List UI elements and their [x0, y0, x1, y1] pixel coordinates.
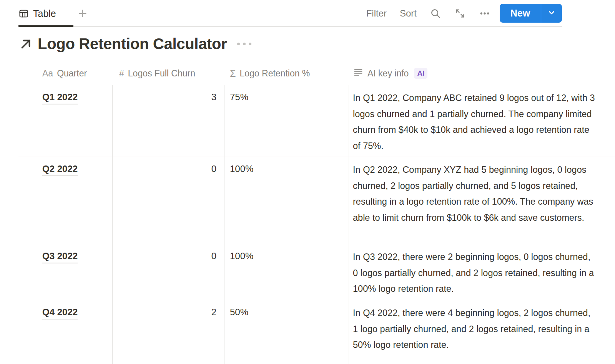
column-header-ai-key-info[interactable]: AI key info AI [349, 61, 615, 85]
database-title-row: Logo Retention Calculator [18, 35, 251, 53]
cell-logos-full-churn[interactable]: 3 [112, 85, 224, 157]
cell-logo-retention[interactable]: 100% [224, 244, 349, 300]
column-header-logo-retention[interactable]: Σ Logo Retention % [224, 61, 349, 85]
table-row: Q3 2022 0 100% In Q3 2022, there were 2 … [18, 244, 615, 300]
search-icon[interactable] [430, 8, 441, 19]
cell-quarter[interactable]: Q4 2022 [18, 300, 112, 364]
new-button[interactable]: New [500, 4, 541, 23]
new-button-group: New [500, 4, 562, 23]
cell-ai-key-info[interactable]: In Q1 2022, Company ABC retained 9 logos… [349, 85, 615, 157]
sort-button[interactable]: Sort [400, 8, 417, 19]
ai-badge: AI [414, 68, 427, 79]
add-view-button[interactable] [77, 8, 88, 19]
text-lines-icon [353, 67, 364, 80]
page-title[interactable]: Logo Retention Calculator [38, 35, 227, 53]
cell-quarter[interactable]: Q1 2022 [18, 85, 112, 157]
table-row: Q1 2022 3 75% In Q1 2022, Company ABC re… [18, 85, 615, 157]
more-options-icon[interactable] [479, 8, 490, 19]
cell-logo-retention[interactable]: 75% [224, 85, 349, 157]
column-label: Quarter [57, 68, 87, 79]
tab-table-label: Table [33, 8, 56, 19]
title-more-options-icon[interactable] [237, 43, 251, 45]
table-row: Q2 2022 0 100% In Q2 2022, Company XYZ h… [18, 157, 615, 244]
expand-icon[interactable] [454, 8, 466, 19]
cell-logo-retention[interactable]: 50% [224, 300, 349, 364]
active-tab-indicator [18, 25, 73, 27]
cell-quarter[interactable]: Q2 2022 [18, 157, 112, 244]
text-property-icon: Aa [42, 68, 53, 79]
notion-database-page: Table Filter Sort Ne [0, 0, 615, 364]
cell-logos-full-churn[interactable]: 0 [112, 244, 224, 300]
cell-logos-full-churn[interactable]: 0 [112, 157, 224, 244]
new-dropdown-button[interactable] [541, 4, 562, 23]
cell-logos-full-churn[interactable]: 2 [112, 300, 224, 364]
table-row: Q4 2022 2 50% In Q4 2022, there were 4 b… [18, 300, 615, 364]
cell-ai-key-info[interactable]: In Q3 2022, there were 2 beginning logos… [349, 244, 615, 300]
number-property-icon: # [119, 68, 124, 79]
tab-table[interactable]: Table [18, 0, 56, 27]
table-header-row: Aa Quarter # Logos Full Churn Σ Logo Ret… [18, 61, 615, 85]
database-toolbar: Filter Sort [366, 0, 490, 27]
column-label: AI key info [367, 68, 409, 79]
table-view-icon [18, 8, 29, 19]
table-body: Q1 2022 3 75% In Q1 2022, Company ABC re… [18, 85, 615, 364]
cell-ai-key-info[interactable]: In Q2 2022, Company XYZ had 5 beginning … [349, 157, 615, 244]
column-label: Logos Full Churn [128, 68, 195, 79]
cell-quarter[interactable]: Q3 2022 [18, 244, 112, 300]
chevron-down-icon [547, 8, 556, 18]
cell-ai-key-info[interactable]: In Q4 2022, there were 4 beginning logos… [349, 300, 615, 364]
open-as-page-arrow-icon[interactable] [18, 37, 33, 51]
column-header-logos-full-churn[interactable]: # Logos Full Churn [112, 61, 224, 85]
column-label: Logo Retention % [239, 68, 310, 79]
column-header-quarter[interactable]: Aa Quarter [18, 61, 112, 85]
formula-property-icon: Σ [230, 68, 236, 79]
cell-logo-retention[interactable]: 100% [224, 157, 349, 244]
filter-button[interactable]: Filter [366, 8, 387, 19]
